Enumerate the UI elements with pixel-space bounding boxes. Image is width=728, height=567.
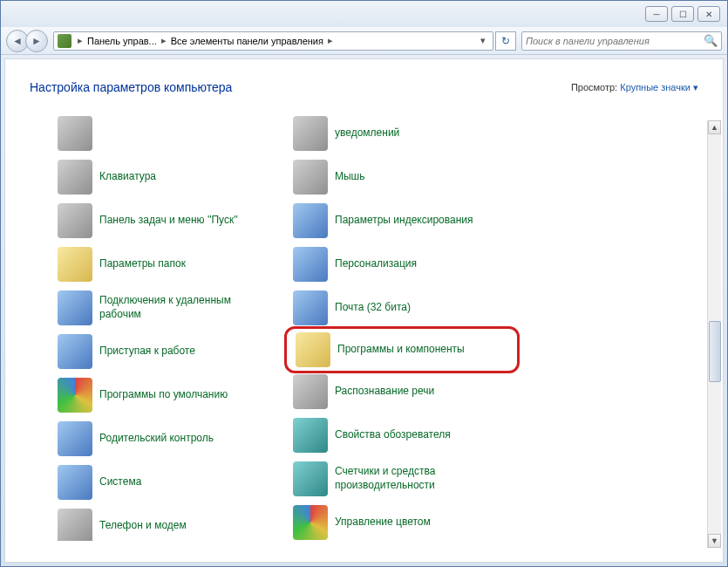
cp-item-icon — [58, 334, 92, 369]
cp-item[interactable]: Персонализация — [293, 243, 511, 286]
page-title: Настройка параметров компьютера — [30, 80, 232, 94]
cp-item-icon — [293, 418, 328, 453]
breadcrumb-seg-1[interactable]: Панель управ... — [85, 36, 159, 46]
cp-item-icon — [58, 203, 92, 238]
cp-item-icon — [293, 247, 328, 282]
minimize-button[interactable]: ─ — [645, 6, 668, 22]
search-icon[interactable]: 🔍 — [704, 34, 718, 47]
close-button[interactable]: ✕ — [697, 6, 720, 22]
cp-item-icon — [296, 332, 330, 367]
toolbar: ◄ ► ▸ Панель управ... ▸ Все элементы пан… — [1, 27, 727, 55]
content-header: Настройка параметров компьютера Просмотр… — [5, 59, 723, 105]
titlebar: ─ ☐ ✕ — [1, 1, 727, 27]
cp-item-icon — [293, 374, 328, 409]
cp-item[interactable]: Мышь — [293, 155, 511, 199]
cp-item-label: Распознавание речи — [335, 385, 434, 399]
search-input[interactable] — [526, 36, 704, 46]
cp-item-label: Программы и компоненты — [337, 343, 465, 357]
view-dropdown[interactable]: Крупные значки ▾ — [620, 82, 698, 92]
cp-item[interactable]: Клавиатура — [58, 155, 276, 199]
cp-item[interactable]: Параметры индексирования — [293, 199, 511, 243]
cp-item[interactable]: Свойства обозревателя — [293, 413, 511, 457]
cp-item-label: Управление цветом — [335, 516, 431, 529]
cp-item-icon — [58, 421, 92, 456]
cp-item-icon — [58, 290, 92, 325]
cp-item[interactable]: Приступая к работе — [58, 330, 276, 373]
cp-item-label: Персонализация — [335, 257, 417, 271]
cp-item-label: Родительский контроль — [99, 432, 214, 446]
cp-item-label: Мышь — [335, 170, 365, 184]
cp-item[interactable]: Телефон и модем — [58, 504, 276, 541]
cp-item[interactable]: уведомлений — [293, 112, 511, 155]
cp-item[interactable]: Управление цветом — [293, 501, 511, 541]
cp-item[interactable]: Программы и компоненты — [284, 326, 520, 373]
scroll-thumb[interactable] — [709, 321, 721, 382]
scroll-down-button[interactable]: ▼ — [708, 534, 721, 548]
cp-item[interactable]: Почта (32 бита) — [293, 286, 511, 330]
chevron-right-icon: ▸ — [159, 35, 169, 46]
cp-item[interactable]: Подключения к удаленным рабочим — [58, 286, 276, 330]
search-box[interactable]: 🔍 — [521, 31, 722, 51]
cp-item-icon — [58, 465, 92, 500]
items-area: КлавиатураПанель задач и меню ''Пуск''Па… — [5, 105, 723, 541]
cp-item-label: Система — [99, 475, 141, 489]
scroll-up-button[interactable]: ▲ — [708, 120, 721, 134]
cp-item-icon — [293, 505, 328, 540]
cp-item[interactable]: Параметры папок — [58, 243, 276, 286]
cp-item-label: Свойства обозревателя — [335, 428, 451, 442]
cp-item-label: Счетчики и средства производительности — [335, 465, 511, 492]
cp-item[interactable]: Родительский контроль — [58, 417, 276, 461]
cp-item[interactable] — [58, 112, 276, 155]
cp-item-label: Программы по умолчанию — [99, 388, 228, 402]
cp-item[interactable]: Распознавание речи — [293, 370, 511, 413]
refresh-button[interactable]: ↻ — [495, 31, 516, 51]
chevron-right-icon: ▸ — [325, 35, 336, 46]
cp-item-label: Клавиатура — [99, 170, 156, 184]
content-area: Настройка параметров компьютера Просмотр… — [4, 58, 724, 563]
control-panel-window: ─ ☐ ✕ ◄ ► ▸ Панель управ... ▸ Все элемен… — [0, 0, 728, 567]
view-control: Просмотр: Крупные значки ▾ — [571, 82, 698, 93]
forward-button[interactable]: ► — [25, 30, 48, 52]
cp-item-icon — [58, 116, 92, 151]
cp-item-icon — [58, 378, 92, 413]
cp-item-icon — [293, 290, 328, 325]
cp-item-icon — [293, 461, 328, 496]
cp-item-icon — [58, 247, 92, 282]
view-label: Просмотр: — [571, 82, 617, 92]
vertical-scrollbar[interactable]: ▲ ▼ — [707, 120, 721, 548]
cp-item-icon — [58, 160, 92, 195]
chevron-right-icon: ▸ — [75, 35, 85, 46]
address-dropdown[interactable]: ▾ — [477, 35, 489, 46]
cp-item[interactable]: Панель задач и меню ''Пуск'' — [58, 199, 276, 243]
cp-item-label: Панель задач и меню ''Пуск'' — [99, 214, 238, 228]
cp-item-label: Параметры папок — [99, 257, 186, 271]
cp-item-icon — [293, 160, 328, 195]
cp-item[interactable]: Система — [58, 461, 276, 504]
cp-item[interactable]: Программы по умолчанию — [58, 373, 276, 417]
cp-item-label: Параметры индексирования — [335, 214, 473, 228]
cp-item-icon — [293, 116, 328, 151]
cp-item-label: уведомлений — [335, 126, 399, 140]
cp-item-label: Телефон и модем — [99, 519, 187, 533]
cp-item-icon — [293, 203, 328, 238]
control-panel-icon — [58, 34, 71, 48]
cp-item[interactable]: Счетчики и средства производительности — [293, 457, 511, 501]
cp-item-icon — [58, 509, 92, 541]
chevron-down-icon: ▾ — [693, 82, 698, 92]
breadcrumb-seg-2[interactable]: Все элементы панели управления — [169, 36, 325, 46]
cp-item-label: Подключения к удаленным рабочим — [99, 294, 276, 321]
maximize-button[interactable]: ☐ — [671, 6, 694, 22]
address-bar[interactable]: ▸ Панель управ... ▸ Все элементы панели … — [53, 31, 493, 51]
cp-item-label: Почта (32 бита) — [335, 301, 411, 315]
cp-item-label: Приступая к работе — [99, 345, 195, 359]
